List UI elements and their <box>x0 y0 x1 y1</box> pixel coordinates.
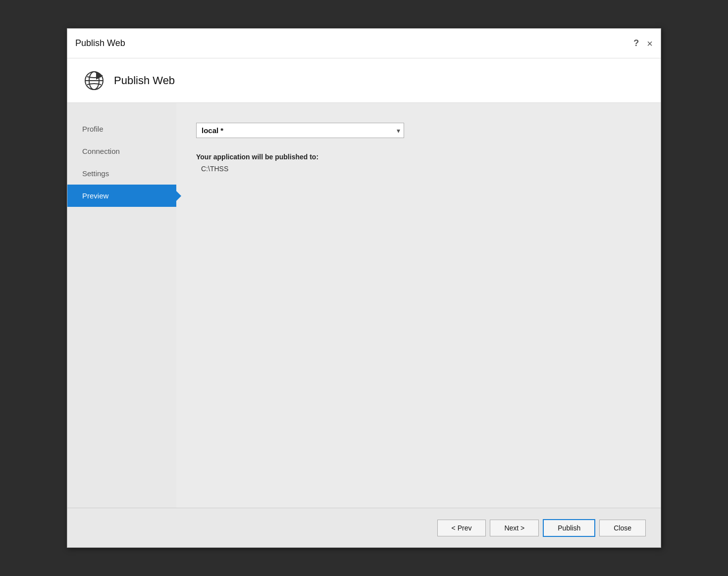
dialog-title: Publish Web <box>75 38 125 48</box>
title-bar: Publish Web ? × <box>67 29 661 58</box>
publish-info: Your application will be published to: C… <box>196 153 641 173</box>
dialog-header: Publish Web <box>67 58 661 103</box>
publish-info-label: Your application will be published to: <box>196 153 641 161</box>
profile-dropdown[interactable]: local * Release Debug <box>196 123 404 138</box>
close-icon[interactable]: × <box>647 39 653 48</box>
publish-path: C:\THSS <box>196 165 641 173</box>
help-button[interactable]: ? <box>633 38 639 48</box>
profile-select-row: local * Release Debug <box>196 123 641 138</box>
footer: < Prev Next > Publish Close <box>67 508 661 547</box>
publish-web-dialog: Publish Web ? × <box>67 28 661 548</box>
sidebar: Profile Connection Settings Preview <box>67 103 176 508</box>
publish-button[interactable]: Publish <box>543 519 595 537</box>
sidebar-item-connection[interactable]: Connection <box>67 140 176 162</box>
header-title: Publish Web <box>114 74 175 87</box>
sidebar-item-settings[interactable]: Settings <box>67 162 176 185</box>
sidebar-item-preview[interactable]: Preview <box>67 185 176 207</box>
prev-button[interactable]: < Prev <box>437 520 486 536</box>
title-bar-left: Publish Web <box>75 38 125 48</box>
globe-icon <box>82 69 106 93</box>
sidebar-item-profile[interactable]: Profile <box>67 118 176 140</box>
next-button[interactable]: Next > <box>490 520 539 536</box>
dialog-body: Profile Connection Settings Preview loca… <box>67 103 661 508</box>
main-content: local * Release Debug Your application w… <box>176 103 661 508</box>
title-bar-actions: ? × <box>633 38 653 48</box>
close-button[interactable]: Close <box>599 520 646 536</box>
profile-dropdown-wrapper: local * Release Debug <box>196 123 404 138</box>
svg-marker-3 <box>96 72 103 80</box>
